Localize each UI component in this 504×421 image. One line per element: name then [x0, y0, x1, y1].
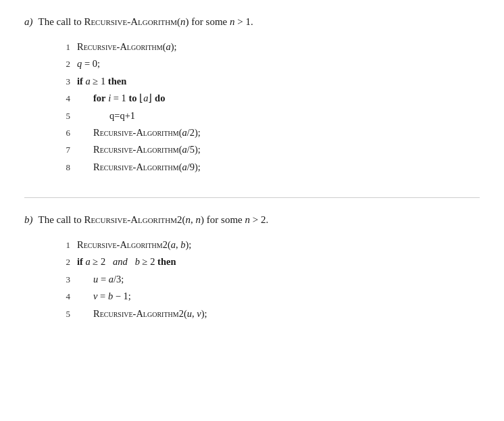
line-num-b4: 4	[57, 289, 70, 305]
section-a-description: The call to Recursive-Algorithm(n) for s…	[39, 16, 253, 28]
algo-line-a2: 2 q = 0;	[57, 55, 480, 72]
algo-line-b1: 1 Recursive-Algorithm2(a, b);	[57, 237, 480, 253]
algo-line-b5: 5 Recursive-Algorithm2(u, v);	[57, 305, 480, 322]
line-num-b2: 2	[57, 255, 70, 270]
algo-param-b: n	[186, 214, 191, 225]
line-content-b5: Recursive-Algorithm2(u, v);	[93, 305, 207, 322]
line-num-a1: 1	[57, 40, 70, 55]
line-content-a4: for i = 1 to ⌊a⌋ do	[93, 90, 165, 107]
algo-line-a6: 6 Recursive-Algorithm(a/2);	[57, 124, 480, 141]
algo-line-a3: 3 if a ≥ 1 then	[57, 73, 480, 90]
condition-a: n	[230, 16, 235, 27]
algo-line-a4: 4 for i = 1 to ⌊a⌋ do	[57, 90, 480, 107]
line-content-b1: Recursive-Algorithm2(a, b);	[77, 237, 191, 253]
section-a-label: a)	[24, 16, 33, 28]
section-divider	[24, 197, 480, 198]
algo-line-a5: 5 q=q+1	[57, 107, 480, 124]
line-num-b3: 3	[57, 272, 70, 288]
algo-line-b2: 2 if a ≥ 2 and b ≥ 2 then	[57, 253, 480, 270]
line-num-a2: 2	[57, 57, 70, 72]
line-content-a2: q = 0;	[77, 55, 100, 72]
algo-param-a: n	[180, 16, 186, 27]
line-content-a8: Recursive-Algorithm(a/9);	[93, 159, 201, 176]
line-content-a3: if a ≥ 1 then	[77, 73, 126, 90]
algo-line-a8: 8 Recursive-Algorithm(a/9);	[57, 159, 480, 176]
line-num-b1: 1	[57, 238, 70, 253]
line-num-a4: 4	[57, 91, 70, 107]
algo-name-b: Recursive-Algorithm2	[84, 214, 182, 225]
algo-line-a1: 1 Recursive-Algorithm(a);	[57, 39, 480, 55]
line-content-b4: v = b − 1;	[93, 288, 131, 305]
page-content: a) The call to Recursive-Algorithm(n) fo…	[24, 16, 480, 322]
section-a: a) The call to Recursive-Algorithm(n) fo…	[24, 16, 480, 176]
section-a-header: a) The call to Recursive-Algorithm(n) fo…	[24, 16, 480, 28]
line-content-a7: Recursive-Algorithm(a/5);	[93, 141, 201, 158]
section-b-label: b)	[24, 214, 33, 226]
line-content-a5: q=q+1	[109, 107, 135, 124]
line-num-a6: 6	[57, 126, 70, 141]
line-content-a1: Recursive-Algorithm(a);	[77, 39, 177, 55]
line-content-b3: u = a/3;	[93, 271, 124, 288]
section-b-header: b) The call to Recursive-Algorithm2(n, n…	[24, 214, 480, 226]
line-num-b5: 5	[57, 307, 70, 322]
line-content-b2: if a ≥ 2 and b ≥ 2 then	[77, 253, 176, 270]
algo-line-b3: 3 u = a/3;	[57, 271, 480, 288]
algorithm-box-a: 1 Recursive-Algorithm(a); 2 q = 0; 3 if …	[57, 39, 480, 176]
line-num-a5: 5	[57, 109, 70, 124]
algorithm-box-b: 1 Recursive-Algorithm2(a, b); 2 if a ≥ 2…	[57, 237, 480, 322]
algo-line-b4: 4 v = b − 1;	[57, 288, 480, 305]
algo-line-a7: 7 Recursive-Algorithm(a/5);	[57, 141, 480, 158]
line-num-a3: 3	[57, 74, 70, 90]
line-num-a8: 8	[57, 160, 70, 176]
line-num-a7: 7	[57, 143, 70, 158]
line-content-a6: Recursive-Algorithm(a/2);	[93, 124, 201, 141]
algo-name-a: Recursive-Algorithm	[84, 16, 177, 27]
condition-b: n	[245, 214, 250, 225]
section-b: b) The call to Recursive-Algorithm2(n, n…	[24, 214, 480, 322]
section-b-description: The call to Recursive-Algorithm2(n, n) f…	[39, 214, 269, 226]
